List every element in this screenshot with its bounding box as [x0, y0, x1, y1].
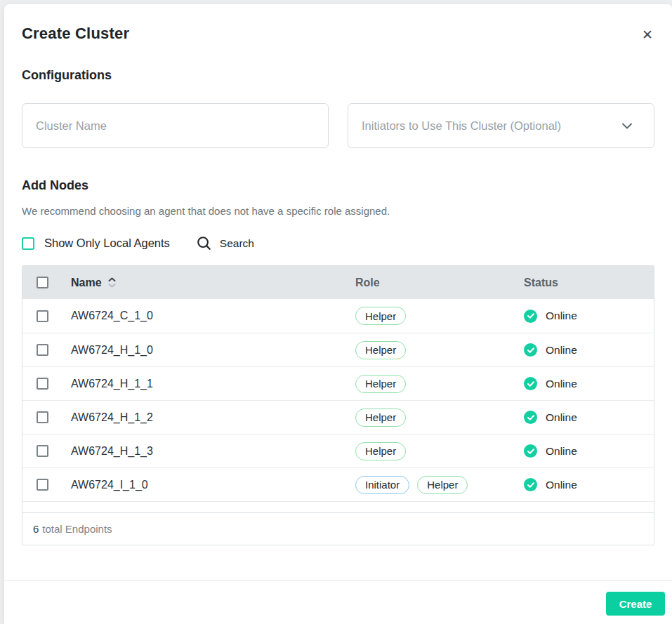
show-only-local-agents-label[interactable]: Show Only Local Agents — [44, 237, 170, 250]
table-row: AW6724_H_1_1HelperOnline — [22, 366, 654, 400]
status-cell: Online — [524, 343, 654, 357]
chevron-down-icon — [622, 123, 632, 129]
search-icon — [197, 236, 211, 251]
role-column-header: Role — [355, 277, 524, 289]
cluster-name-input[interactable] — [22, 103, 329, 148]
table-footer: 6 total Endpoints — [22, 512, 654, 545]
nodes-table: Name Role Status AW6724_C_1_0HelperOnlin… — [22, 265, 654, 545]
node-name: AW6724_H_1_0 — [71, 344, 355, 357]
role-cell: InitiatorHelper — [355, 476, 524, 494]
online-check-icon — [524, 411, 537, 424]
row-checkbox-cell — [22, 378, 71, 390]
role-badge-helper: Helper — [355, 409, 406, 427]
role-badge-helper: Helper — [417, 476, 468, 494]
table-row: AW6724_H_1_3HelperOnline — [22, 434, 654, 467]
close-icon: ✕ — [642, 27, 653, 42]
select-all-checkbox[interactable] — [37, 277, 48, 288]
status-text: Online — [546, 344, 577, 357]
node-name: AW6724_H_1_3 — [71, 445, 355, 458]
row-checkbox[interactable] — [37, 310, 48, 322]
row-checkbox[interactable] — [37, 479, 48, 491]
row-checkbox-cell — [22, 445, 71, 457]
online-check-icon — [524, 478, 537, 491]
node-name: AW6724_H_1_1 — [71, 378, 355, 390]
create-cluster-modal: Create Cluster ✕ Configurations Initiato… — [4, 4, 672, 624]
search-toggle[interactable]: Search — [197, 236, 254, 251]
row-checkbox-cell — [22, 411, 71, 423]
status-cell: Online — [524, 310, 654, 323]
search-label: Search — [220, 237, 254, 250]
status-text: Online — [546, 411, 577, 424]
status-cell: Online — [524, 411, 654, 424]
status-cell: Online — [524, 478, 654, 491]
role-cell: Helper — [355, 341, 524, 359]
close-button[interactable]: ✕ — [638, 25, 657, 45]
row-checkbox[interactable] — [37, 378, 48, 390]
table-body: AW6724_C_1_0HelperOnlineAW6724_H_1_0Help… — [22, 299, 654, 501]
modal-title: Create Cluster — [22, 25, 654, 43]
role-cell: Helper — [355, 442, 524, 460]
row-checkbox-cell — [22, 479, 71, 491]
online-check-icon — [524, 310, 537, 323]
show-only-local-agents-checkbox[interactable] — [22, 237, 34, 250]
online-check-icon — [524, 377, 537, 390]
table-controls: Show Only Local Agents Search — [22, 236, 654, 251]
online-check-icon — [524, 343, 537, 357]
footer-divider — [4, 580, 672, 580]
initiators-dropdown[interactable]: Initiators to Use This Cluster (Optional… — [348, 103, 654, 148]
row-checkbox[interactable] — [37, 344, 48, 356]
online-check-icon — [524, 444, 537, 458]
role-cell: Helper — [355, 307, 524, 325]
table-row: AW6724_H_1_0HelperOnline — [22, 333, 654, 366]
role-badge-helper: Helper — [355, 375, 406, 393]
role-badge-helper: Helper — [355, 341, 406, 359]
create-button[interactable]: Create — [606, 592, 665, 616]
status-cell: Online — [524, 377, 654, 390]
status-column-header: Status — [524, 277, 654, 289]
add-nodes-description: We recommend choosing an agent that does… — [22, 205, 654, 217]
endpoint-count-label: total Endpoints — [42, 523, 112, 535]
add-nodes-heading: Add Nodes — [22, 178, 654, 193]
status-text: Online — [546, 378, 577, 390]
role-cell: Helper — [355, 409, 524, 427]
status-text: Online — [546, 445, 577, 458]
sort-icon[interactable] — [108, 277, 116, 288]
node-name: AW6724_C_1_0 — [71, 310, 355, 322]
node-name: AW6724_H_1_2 — [71, 411, 355, 424]
configurations-heading: Configurations — [22, 68, 654, 83]
status-cell: Online — [524, 444, 654, 458]
configurations-inputs: Initiators to Use This Cluster (Optional… — [22, 103, 654, 148]
header-checkbox-cell — [22, 277, 71, 288]
table-header-row: Name Role Status — [22, 266, 654, 299]
name-column-header[interactable]: Name — [71, 277, 355, 289]
row-checkbox-cell — [22, 344, 71, 356]
endpoint-count: 6 — [33, 523, 39, 535]
row-checkbox[interactable] — [37, 411, 48, 423]
row-checkbox-cell — [22, 310, 71, 322]
role-cell: Helper — [355, 375, 524, 393]
node-name: AW6724_I_1_0 — [71, 479, 355, 491]
table-spacer — [22, 501, 654, 512]
role-badge-helper: Helper — [355, 442, 406, 460]
status-text: Online — [546, 479, 577, 491]
status-text: Online — [546, 310, 577, 322]
initiators-dropdown-label: Initiators to Use This Cluster (Optional… — [362, 119, 561, 133]
table-row: AW6724_H_1_2HelperOnline — [22, 400, 654, 434]
table-row: AW6724_I_1_0InitiatorHelperOnline — [22, 467, 654, 501]
role-badge-initiator: Initiator — [355, 476, 409, 494]
table-row: AW6724_C_1_0HelperOnline — [22, 299, 654, 333]
row-checkbox[interactable] — [37, 445, 48, 457]
role-badge-helper: Helper — [355, 307, 406, 325]
